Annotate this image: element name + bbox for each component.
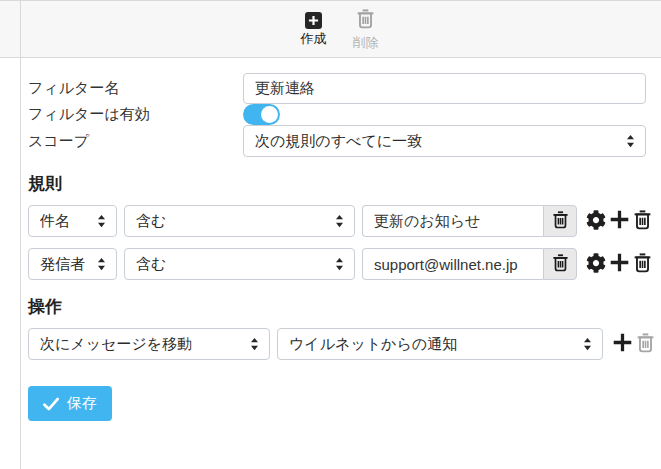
- rule-field-select[interactable]: 件名: [28, 205, 117, 237]
- select-caret-icon: [250, 337, 259, 351]
- trash-icon: [356, 9, 375, 33]
- action-add-button[interactable]: [612, 332, 633, 356]
- filter-form: フィルター名 フィルターは有効 スコープ 次の規則のすべてに一致 規則 件名 含…: [0, 58, 661, 421]
- rule-row: 発信者 含む: [28, 248, 661, 280]
- toolbar: 作成 削除: [0, 0, 661, 58]
- rule-delete-button[interactable]: [633, 210, 652, 233]
- rule-row: 件名 含む: [28, 205, 661, 237]
- scope-select[interactable]: 次の規則のすべてに一致: [243, 125, 646, 157]
- rules-heading: 規則: [28, 174, 661, 194]
- action-row: 次にメッセージを移動 ウイルネットからの通知: [28, 328, 661, 360]
- rule-value-group: [362, 248, 577, 280]
- trash-icon: [633, 253, 652, 276]
- rule-add-button[interactable]: [609, 209, 630, 233]
- rule-field-select[interactable]: 発信者: [28, 248, 117, 280]
- save-button-label: 保存: [67, 394, 97, 413]
- rule-value-input[interactable]: [362, 248, 543, 280]
- plus-icon: [612, 332, 633, 356]
- rule-advanced-button[interactable]: [586, 210, 606, 233]
- settings-gear-icon: [586, 253, 606, 276]
- rule-delete-button[interactable]: [633, 253, 652, 276]
- scope-label: スコープ: [28, 132, 243, 151]
- select-caret-icon: [335, 214, 344, 228]
- filter-name-input[interactable]: [243, 73, 646, 104]
- plus-icon: [609, 252, 630, 276]
- rule-value-input[interactable]: [362, 205, 543, 237]
- action-delete-button[interactable]: [636, 333, 655, 356]
- rule-value-group: [362, 205, 577, 237]
- select-caret-icon: [97, 214, 106, 228]
- trash-icon: [633, 210, 652, 233]
- create-button-label: 作成: [301, 32, 327, 46]
- delete-button[interactable]: 削除: [348, 9, 384, 50]
- enabled-toggle[interactable]: [243, 104, 280, 125]
- rule-clear-value-button[interactable]: [543, 205, 577, 237]
- rule-operator-select[interactable]: 含む: [124, 205, 355, 237]
- select-caret-icon: [583, 337, 592, 351]
- select-caret-icon: [626, 134, 635, 148]
- check-icon: [43, 397, 59, 411]
- delete-button-label: 削除: [353, 36, 379, 50]
- actions-heading: 操作: [28, 297, 661, 317]
- trash-icon: [552, 254, 569, 275]
- filter-editor-panel: 作成 削除 フィルター名 フィルターは有効 スコープ 次の規則のすべてに一致: [0, 0, 661, 469]
- action-type-select[interactable]: 次にメッセージを移動: [28, 328, 270, 360]
- settings-gear-icon: [586, 210, 606, 233]
- select-caret-icon: [97, 257, 106, 271]
- trash-icon: [552, 211, 569, 232]
- save-button[interactable]: 保存: [28, 386, 112, 421]
- rule-advanced-button[interactable]: [586, 253, 606, 276]
- create-plus-icon: [305, 12, 322, 29]
- plus-icon: [609, 209, 630, 233]
- toggle-knob: [261, 106, 278, 123]
- rule-clear-value-button[interactable]: [543, 248, 577, 280]
- create-button[interactable]: 作成: [296, 12, 332, 46]
- trash-icon: [636, 333, 655, 356]
- rule-operator-select[interactable]: 含む: [124, 248, 355, 280]
- action-target-select[interactable]: ウイルネットからの通知: [277, 328, 603, 360]
- filter-enabled-label: フィルターは有効: [28, 105, 243, 124]
- select-caret-icon: [335, 257, 344, 271]
- filter-name-label: フィルター名: [28, 79, 243, 98]
- rule-add-button[interactable]: [609, 252, 630, 276]
- panel-divider: [20, 0, 21, 469]
